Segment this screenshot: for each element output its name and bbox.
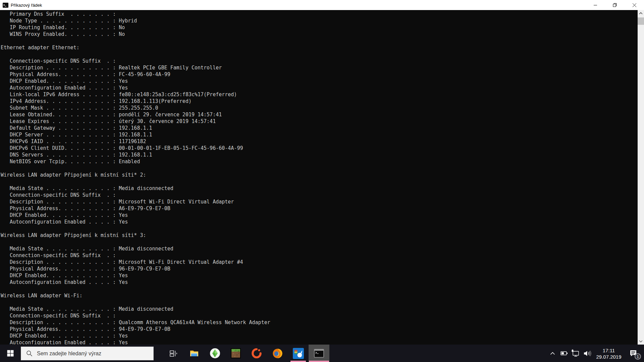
- clock-date: 29.07.2019: [593, 354, 625, 360]
- file-explorer-button[interactable]: [184, 345, 205, 362]
- scrollbar-thumb[interactable]: [638, 17, 644, 25]
- terminal-line: Connection-specific DNS Suffix . :: [1, 192, 638, 198]
- task-view-button[interactable]: [163, 345, 184, 362]
- firefox-button[interactable]: [267, 345, 288, 362]
- show-hidden-icons-button[interactable]: [546, 345, 558, 362]
- chevron-up-icon: [550, 352, 555, 355]
- terminal-line: Physical Address. . . . . . . . . : FC-4…: [1, 71, 638, 78]
- firefox-icon: [272, 348, 283, 359]
- terminal-line: Autoconfiguration Enabled . . . . : Yes: [1, 279, 638, 286]
- scroll-up-button[interactable]: [638, 10, 644, 16]
- battery-icon: [560, 349, 568, 357]
- volume-icon: [583, 349, 591, 358]
- taskbar: 17:11 29.07.2019 1: [0, 345, 644, 362]
- search-icon: [26, 350, 33, 357]
- terminal-line: [1, 178, 638, 185]
- cmd-taskbar-button[interactable]: [309, 345, 329, 362]
- close-icon: [632, 3, 637, 7]
- cmd-icon: [3, 3, 8, 8]
- terminal-line: Ethernet adapter Ethernet:: [1, 44, 638, 51]
- clock-time: 17:11: [593, 347, 625, 354]
- terminal-output[interactable]: Primary Dns Suffix . . . . . . . : Node …: [0, 10, 638, 345]
- start-button[interactable]: [0, 345, 21, 362]
- cmd-window-icon: [314, 349, 324, 358]
- clock[interactable]: 17:11 29.07.2019: [593, 347, 625, 360]
- chevron-down-icon: [639, 340, 643, 343]
- terminal-line: Lease Expires . . . . . . . . . . : úter…: [1, 118, 638, 125]
- terminal-line: Link-local IPv6 Address . . . . . : fe80…: [1, 91, 638, 98]
- terminal-line: Autoconfiguration Enabled . . . . : Yes: [1, 84, 638, 91]
- minimize-button[interactable]: [586, 0, 605, 10]
- terminal-line: DHCP Enabled. . . . . . . . . . . : Yes: [1, 333, 638, 339]
- terminal-line: Physical Address. . . . . . . . . : 96-E…: [1, 265, 638, 272]
- action-center-button[interactable]: 1: [625, 345, 642, 362]
- desktop-screen: Příkazový řádek Primary Dns Suffix . . .…: [0, 0, 644, 362]
- terminal-line: [1, 38, 638, 44]
- picpick-button[interactable]: [288, 345, 309, 362]
- running-indicator: [290, 361, 306, 362]
- windows-start-icon: [7, 350, 14, 357]
- sims-icon: [210, 348, 220, 359]
- terminal-line: Connection-specific DNS Suffix . :: [1, 58, 638, 64]
- terminal-line: Description . . . . . . . . . . . : Micr…: [1, 198, 638, 205]
- titlebar[interactable]: Příkazový řádek: [0, 0, 644, 10]
- terminal-line: Physical Address. . . . . . . . . : A6-E…: [1, 205, 638, 212]
- task-view-icon: [169, 349, 178, 358]
- terminal-line: [1, 51, 638, 58]
- terminal-line: NetBIOS over Tcpip. . . . . . . . : Enab…: [1, 158, 638, 165]
- terminal-line: [1, 225, 638, 232]
- notification-badge: 1: [635, 353, 641, 360]
- search-input[interactable]: [37, 351, 153, 357]
- terminal-line: DHCP Enabled. . . . . . . . . . . : Yes: [1, 212, 638, 219]
- terminal-line: Media State . . . . . . . . . . . : Medi…: [1, 306, 638, 312]
- minecraft-button[interactable]: [225, 345, 246, 362]
- terminal-line: DHCPv6 IAID . . . . . . . . . . . : 1171…: [1, 138, 638, 145]
- terminal-line: WINS Proxy Enabled. . . . . . . . : No: [1, 31, 638, 38]
- system-tray: 17:11 29.07.2019 1: [546, 345, 644, 362]
- terminal-line: Description . . . . . . . . . . . : Qual…: [1, 319, 638, 326]
- file-explorer-icon: [190, 349, 199, 358]
- active-indicator: [309, 361, 329, 362]
- terminal-line: Autoconfiguration Enabled . . . . : Yes: [1, 339, 638, 345]
- restore-button[interactable]: [605, 0, 625, 10]
- terminal-line: DHCPv6 Client DUID. . . . . . . . : 00-0…: [1, 145, 638, 152]
- terminal-line: Physical Address. . . . . . . . . : 94-E…: [1, 326, 638, 333]
- terminal-line: Autoconfiguration Enabled . . . . : Yes: [1, 219, 638, 225]
- chevron-up-icon: [639, 12, 643, 14]
- terminal-line: Wireless LAN adapter Wi-Fi:: [1, 292, 638, 299]
- scrollbar[interactable]: [638, 10, 644, 345]
- sims-button[interactable]: [205, 345, 225, 362]
- volume-tray-icon[interactable]: [581, 345, 593, 362]
- terminal-line: Media State . . . . . . . . . . . : Medi…: [1, 185, 638, 192]
- network-tray-icon[interactable]: [570, 345, 581, 362]
- origin-icon: [252, 348, 262, 358]
- terminal-line: [1, 286, 638, 292]
- minimize-icon: [593, 3, 597, 7]
- terminal-line: Description . . . . . . . . . . . : Micr…: [1, 259, 638, 265]
- terminal-line: DNS Servers . . . . . . . . . . . : 192.…: [1, 152, 638, 158]
- terminal-line: Wireless LAN adapter Připojení k místní …: [1, 172, 638, 178]
- minecraft-icon: [231, 348, 241, 358]
- caption-buttons: [586, 0, 644, 10]
- search-box[interactable]: [21, 347, 154, 360]
- window-title: Příkazový řádek: [11, 3, 42, 8]
- terminal-line: Connection-specific DNS Suffix . :: [1, 252, 638, 259]
- battery-tray-icon[interactable]: [558, 345, 570, 362]
- terminal-line: IPv4 Address. . . . . . . . . . . : 192.…: [1, 98, 638, 105]
- terminal-line: [1, 165, 638, 172]
- picpick-icon: [293, 348, 304, 359]
- terminal-line: Connection-specific DNS Suffix . :: [1, 312, 638, 319]
- terminal-line: Node Type . . . . . . . . . . . . : Hybr…: [1, 17, 638, 24]
- terminal-line: Description . . . . . . . . . . . : Real…: [1, 64, 638, 71]
- origin-button[interactable]: [246, 345, 267, 362]
- scroll-down-button[interactable]: [638, 338, 644, 345]
- terminal-line: [1, 299, 638, 306]
- close-button[interactable]: [625, 0, 644, 10]
- taskbar-apps: [163, 345, 329, 362]
- terminal-line: [1, 239, 638, 245]
- terminal-line: Primary Dns Suffix . . . . . . . :: [1, 11, 638, 17]
- terminal-line: DHCP Enabled. . . . . . . . . . . : Yes: [1, 272, 638, 279]
- terminal-line: Lease Obtained. . . . . . . . . . : pond…: [1, 111, 638, 118]
- terminal-line: IP Routing Enabled. . . . . . . . : No: [1, 24, 638, 31]
- restore-icon: [613, 3, 617, 7]
